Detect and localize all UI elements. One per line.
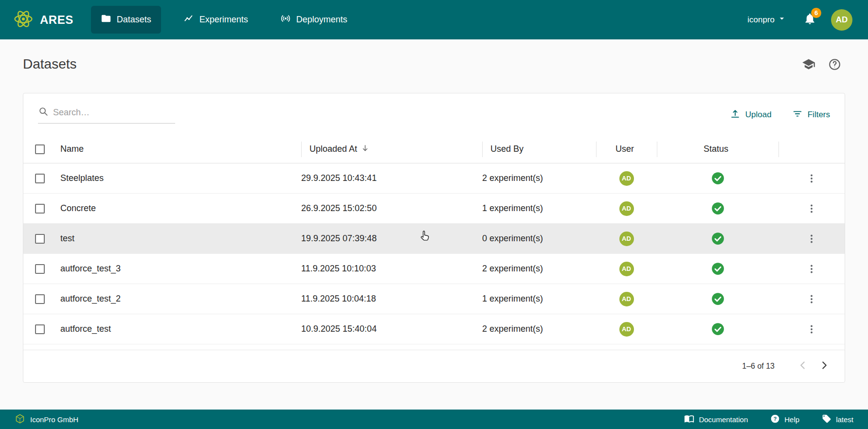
row-checkbox[interactable] xyxy=(35,174,45,183)
table-row[interactable]: test 19.9.2025 07:39:48 0 experiment(s) … xyxy=(23,224,845,254)
dataset-name: Steelplates xyxy=(60,173,301,183)
row-menu-button[interactable] xyxy=(803,170,820,187)
row-checkbox-cell xyxy=(23,234,60,244)
search-icon xyxy=(38,106,49,119)
column-header-user[interactable]: User xyxy=(596,142,657,157)
status-check-circle-icon xyxy=(711,322,724,336)
atom-logo-icon xyxy=(13,8,34,32)
top-bar-right: iconpro 6 AD xyxy=(747,9,852,31)
table-scroll-gutter xyxy=(23,344,845,350)
help-bubble-icon: ? xyxy=(770,414,780,425)
dataset-user-cell: AD xyxy=(596,322,657,337)
column-header-name[interactable]: Name xyxy=(60,142,301,157)
column-header-uploaded-at[interactable]: Uploaded At xyxy=(301,142,482,157)
page-title: Datasets xyxy=(23,56,77,72)
row-checkbox-cell xyxy=(23,324,60,334)
documentation-book-icon xyxy=(684,413,694,425)
search-input[interactable] xyxy=(53,107,175,118)
filters-label: Filters xyxy=(808,110,830,120)
row-checkbox[interactable] xyxy=(35,294,45,304)
table-header-row: Name Uploaded At Used By User Status xyxy=(23,135,845,163)
filter-icon xyxy=(792,108,803,122)
user-avatar: AD xyxy=(619,322,634,337)
bell-icon xyxy=(803,18,816,27)
search-box xyxy=(38,106,175,124)
chevron-right-icon xyxy=(818,359,831,374)
row-checkbox[interactable] xyxy=(35,324,45,334)
upload-button[interactable]: Upload xyxy=(730,108,772,122)
nav-item-deployments[interactable]: Deployments xyxy=(271,6,357,34)
dataset-status-cell xyxy=(657,292,778,305)
status-check-circle-icon xyxy=(711,202,724,215)
dataset-used-by: 2 experiment(s) xyxy=(482,264,596,274)
column-header-actions xyxy=(778,142,845,157)
upload-icon xyxy=(730,108,741,122)
documentation-link[interactable]: Documentation xyxy=(684,413,748,425)
dataset-uploaded-at: 11.9.2025 10:10:03 xyxy=(301,264,482,274)
nav-item-datasets[interactable]: Datasets xyxy=(91,6,161,34)
page-range-label: 1–6 of 13 xyxy=(742,362,775,371)
dataset-uploaded-at: 10.9.2025 15:40:04 xyxy=(301,324,482,334)
dataset-used-by: 2 experiment(s) xyxy=(482,173,596,183)
status-check-circle-icon xyxy=(711,172,724,185)
nav-label: Datasets xyxy=(117,15,151,25)
dataset-used-by: 1 experiment(s) xyxy=(482,294,596,304)
row-menu-button[interactable] xyxy=(803,200,820,217)
dataset-uploaded-at: 11.9.2025 10:04:18 xyxy=(301,294,482,304)
row-checkbox[interactable] xyxy=(35,204,45,214)
user-avatar: AD xyxy=(619,292,634,306)
dataset-name: autforce_test_2 xyxy=(60,294,301,304)
dataset-user-cell: AD xyxy=(596,262,657,276)
header-checkbox-cell xyxy=(23,144,60,154)
nav-label: Experiments xyxy=(199,15,248,25)
learning-school-icon[interactable] xyxy=(802,57,815,71)
row-menu-button[interactable] xyxy=(803,321,820,338)
broadcast-icon xyxy=(280,13,291,26)
svg-text:?: ? xyxy=(774,415,777,421)
org-selector[interactable]: iconpro xyxy=(747,14,787,26)
table-row[interactable]: Concrete 26.9.2025 15:02:50 1 experiment… xyxy=(23,194,845,224)
help-circle-icon[interactable] xyxy=(828,58,841,71)
help-label: Help xyxy=(784,415,799,424)
status-check-circle-icon xyxy=(711,262,724,275)
nav-item-experiments[interactable]: Experiments xyxy=(174,6,258,34)
dataset-name: test xyxy=(60,233,301,244)
brand: ARES xyxy=(13,8,73,32)
next-page-button[interactable] xyxy=(814,356,835,377)
page-header-actions xyxy=(802,57,841,71)
help-link[interactable]: ? Help xyxy=(770,414,799,425)
row-checkbox-cell xyxy=(23,294,60,304)
select-all-checkbox[interactable] xyxy=(35,144,45,154)
row-menu-button[interactable] xyxy=(803,290,820,308)
paginator: 1–6 of 13 xyxy=(23,350,845,382)
iconpro-logo-icon xyxy=(15,413,25,426)
column-header-status[interactable]: Status xyxy=(657,142,778,157)
dataset-used-by: 0 experiment(s) xyxy=(482,233,596,244)
upload-label: Upload xyxy=(745,110,772,120)
user-avatar: AD xyxy=(619,201,634,216)
row-actions-cell xyxy=(778,200,845,217)
table-row[interactable]: autforce_test 10.9.2025 15:40:04 2 exper… xyxy=(23,314,845,344)
footer-company: IconPro GmbH xyxy=(15,413,78,426)
dataset-used-by: 1 experiment(s) xyxy=(482,203,596,214)
previous-page-button[interactable] xyxy=(792,356,814,377)
brand-name: ARES xyxy=(40,13,73,27)
table-row[interactable]: Steelplates 29.9.2025 10:43:41 2 experim… xyxy=(23,163,845,194)
column-header-used-by[interactable]: Used By xyxy=(482,142,596,157)
table-row[interactable]: autforce_test_2 11.9.2025 10:04:18 1 exp… xyxy=(23,284,845,314)
notifications-button[interactable]: 6 xyxy=(803,12,816,27)
row-checkbox[interactable] xyxy=(35,234,45,244)
user-avatar-button[interactable]: AD xyxy=(831,9,852,31)
main-content: Datasets Uploa xyxy=(0,39,868,383)
row-checkbox-cell xyxy=(23,264,60,274)
row-menu-button[interactable] xyxy=(803,260,820,278)
column-label: Uploaded At xyxy=(309,144,357,154)
table-row[interactable]: autforce_test_3 11.9.2025 10:10:03 2 exp… xyxy=(23,254,845,284)
filters-button[interactable]: Filters xyxy=(792,108,830,122)
status-check-circle-icon xyxy=(711,232,724,245)
row-menu-button[interactable] xyxy=(803,230,820,248)
datasets-card: Upload Filters Name Uploaded At xyxy=(23,93,845,383)
version-link[interactable]: latest xyxy=(822,414,853,425)
dataset-user-cell: AD xyxy=(596,232,657,246)
row-checkbox[interactable] xyxy=(35,264,45,274)
